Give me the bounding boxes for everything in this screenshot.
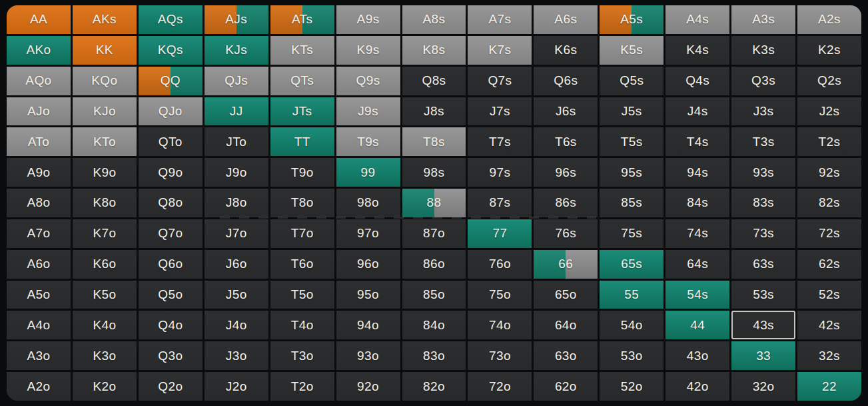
hand-cell-Q9o[interactable]: Q9o (139, 158, 203, 187)
hand-cell-T6s[interactable]: T6s (534, 127, 598, 156)
hand-cell-T6o[interactable]: T6o (270, 250, 334, 279)
hand-cell-87s[interactable]: 87s (468, 189, 532, 217)
hand-cell-AQo[interactable]: AQo (7, 67, 71, 95)
hand-cell-62s[interactable]: 62s (797, 250, 861, 279)
hand-cell-55[interactable]: 55 (600, 281, 663, 309)
hand-cell-82o[interactable]: 82o (402, 372, 466, 401)
hand-cell-QQ[interactable]: QQ (139, 67, 203, 95)
hand-cell-Q6s[interactable]: Q6s (534, 67, 598, 95)
hand-cell-84s[interactable]: 84s (665, 189, 729, 217)
hand-cell-T4o[interactable]: T4o (270, 311, 334, 339)
hand-cell-32s[interactable]: 32s (797, 341, 861, 370)
hand-cell-K4s[interactable]: K4s (665, 36, 729, 65)
hand-cell-AKs[interactable]: AKs (73, 5, 137, 34)
hand-cell-88[interactable]: 88 (402, 189, 466, 217)
hand-cell-KTs[interactable]: KTs (270, 36, 334, 65)
hand-cell-T8o[interactable]: T8o (270, 189, 334, 217)
hand-cell-22[interactable]: 22 (797, 372, 861, 401)
hand-cell-K8s[interactable]: K8s (402, 36, 466, 65)
hand-cell-92o[interactable]: 92o (336, 372, 400, 401)
hand-cell-KQs[interactable]: KQs (139, 36, 203, 65)
hand-cell-75o[interactable]: 75o (468, 281, 532, 309)
hand-cell-JTo[interactable]: JTo (205, 127, 268, 156)
hand-cell-T2o[interactable]: T2o (270, 372, 334, 401)
hand-cell-J5o[interactable]: J5o (205, 281, 268, 309)
hand-cell-AA[interactable]: AA (7, 5, 71, 34)
hand-cell-Q5o[interactable]: Q5o (139, 281, 203, 309)
hand-cell-75s[interactable]: 75s (600, 219, 663, 248)
hand-cell-A9o[interactable]: A9o (7, 158, 71, 187)
hand-cell-A2s[interactable]: A2s (797, 5, 861, 34)
hand-cell-A6s[interactable]: A6s (534, 5, 598, 34)
hand-cell-A4s[interactable]: A4s (665, 5, 729, 34)
hand-cell-94o[interactable]: 94o (336, 311, 400, 339)
hand-cell-96o[interactable]: 96o (336, 250, 400, 279)
hand-cell-K8o[interactable]: K8o (73, 189, 137, 217)
hand-cell-63s[interactable]: 63s (731, 250, 795, 279)
hand-cell-T5o[interactable]: T5o (270, 281, 334, 309)
hand-cell-K7o[interactable]: K7o (73, 219, 137, 248)
hand-cell-A5o[interactable]: A5o (7, 281, 71, 309)
hand-cell-K2s[interactable]: K2s (797, 36, 861, 65)
hand-cell-33[interactable]: 33 (731, 341, 795, 370)
hand-cell-98o[interactable]: 98o (336, 189, 400, 217)
hand-cell-T2s[interactable]: T2s (797, 127, 861, 156)
hand-cell-42o[interactable]: 42o (665, 372, 729, 401)
hand-cell-87o[interactable]: 87o (402, 219, 466, 248)
hand-cell-42s[interactable]: 42s (797, 311, 861, 339)
hand-cell-KTo[interactable]: KTo (73, 127, 137, 156)
hand-cell-K4o[interactable]: K4o (73, 311, 137, 339)
hand-cell-65s[interactable]: 65s (600, 250, 663, 279)
hand-cell-A4o[interactable]: A4o (7, 311, 71, 339)
hand-cell-J4s[interactable]: J4s (665, 97, 729, 126)
hand-cell-K5o[interactable]: K5o (73, 281, 137, 309)
hand-cell-73o[interactable]: 73o (468, 341, 532, 370)
hand-cell-K9s[interactable]: K9s (336, 36, 400, 65)
hand-cell-AJs[interactable]: AJs (205, 5, 268, 34)
hand-cell-82s[interactable]: 82s (797, 189, 861, 217)
hand-cell-93s[interactable]: 93s (731, 158, 795, 187)
hand-cell-K6o[interactable]: K6o (73, 250, 137, 279)
hand-cell-A7s[interactable]: A7s (468, 5, 532, 34)
hand-cell-K7s[interactable]: K7s (468, 36, 532, 65)
hand-cell-64s[interactable]: 64s (665, 250, 729, 279)
hand-cell-72s[interactable]: 72s (797, 219, 861, 248)
hand-cell-QTo[interactable]: QTo (139, 127, 203, 156)
hand-cell-A3o[interactable]: A3o (7, 341, 71, 370)
hand-cell-J6s[interactable]: J6s (534, 97, 598, 126)
hand-cell-KK[interactable]: KK (73, 36, 137, 65)
hand-cell-T3s[interactable]: T3s (731, 127, 795, 156)
hand-cell-KJs[interactable]: KJs (205, 36, 268, 65)
hand-cell-KQo[interactable]: KQo (73, 67, 137, 95)
hand-cell-A6o[interactable]: A6o (7, 250, 71, 279)
hand-cell-53s[interactable]: 53s (731, 281, 795, 309)
hand-cell-ATs[interactable]: ATs (270, 5, 334, 34)
hand-cell-64o[interactable]: 64o (534, 311, 598, 339)
hand-cell-66[interactable]: 66 (534, 250, 598, 279)
hand-cell-A8o[interactable]: A8o (7, 189, 71, 217)
hand-cell-95o[interactable]: 95o (336, 281, 400, 309)
hand-cell-J7o[interactable]: J7o (205, 219, 268, 248)
hand-cell-97s[interactable]: 97s (468, 158, 532, 187)
hand-cell-52s[interactable]: 52s (797, 281, 861, 309)
hand-cell-52o[interactable]: 52o (600, 372, 663, 401)
hand-cell-A7o[interactable]: A7o (7, 219, 71, 248)
hand-cell-92s[interactable]: 92s (797, 158, 861, 187)
hand-cell-J2s[interactable]: J2s (797, 97, 861, 126)
hand-cell-J8o[interactable]: J8o (205, 189, 268, 217)
hand-cell-JJ[interactable]: JJ (205, 97, 268, 126)
hand-cell-QTs[interactable]: QTs (270, 67, 334, 95)
hand-cell-Q8o[interactable]: Q8o (139, 189, 203, 217)
hand-cell-32o[interactable]: 32o (731, 372, 795, 401)
hand-cell-J4o[interactable]: J4o (205, 311, 268, 339)
hand-cell-99[interactable]: 99 (336, 158, 400, 187)
hand-cell-86o[interactable]: 86o (402, 250, 466, 279)
hand-cell-Q3s[interactable]: Q3s (731, 67, 795, 95)
hand-cell-Q9s[interactable]: Q9s (336, 67, 400, 95)
hand-cell-97o[interactable]: 97o (336, 219, 400, 248)
hand-cell-T7s[interactable]: T7s (468, 127, 532, 156)
hand-cell-K6s[interactable]: K6s (534, 36, 598, 65)
hand-cell-54o[interactable]: 54o (600, 311, 663, 339)
hand-cell-76s[interactable]: 76s (534, 219, 598, 248)
hand-cell-Q4s[interactable]: Q4s (665, 67, 729, 95)
